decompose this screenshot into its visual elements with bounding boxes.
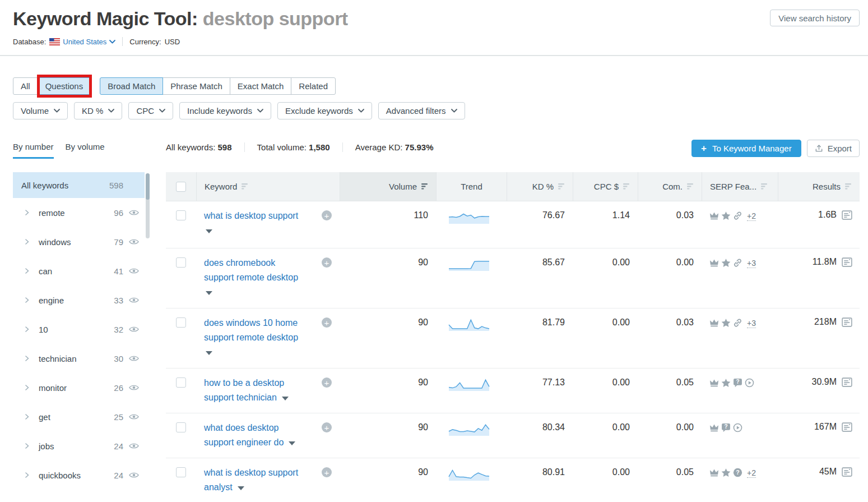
to-keyword-manager-button[interactable]: +To Keyword Manager bbox=[691, 140, 801, 157]
serp-more-link[interactable]: +2 bbox=[747, 211, 756, 221]
eye-icon[interactable] bbox=[129, 209, 139, 216]
sort-icon[interactable] bbox=[845, 183, 852, 190]
expand-caret-icon[interactable] bbox=[282, 397, 289, 400]
row-checkbox[interactable] bbox=[176, 467, 186, 477]
keyword-link[interactable]: what is desktop supportanalyst bbox=[204, 468, 298, 492]
eye-icon[interactable] bbox=[129, 384, 139, 391]
eye-icon[interactable] bbox=[129, 238, 139, 245]
stat-label: Average KD: bbox=[355, 142, 405, 152]
sort-icon[interactable] bbox=[242, 183, 248, 190]
sidebar-item-can[interactable]: can41 bbox=[13, 256, 145, 285]
view-search-history-button[interactable]: View search history bbox=[770, 10, 860, 26]
column-header-volume[interactable]: Volume bbox=[340, 172, 436, 201]
eye-icon[interactable] bbox=[129, 326, 139, 333]
keyword-link[interactable]: does chromebooksupport remote desktop bbox=[204, 258, 298, 282]
database-selector[interactable]: United States bbox=[63, 38, 115, 46]
filter-cpc[interactable]: CPC bbox=[128, 102, 173, 119]
row-checkbox[interactable] bbox=[176, 257, 186, 268]
sidebar-item-monitor[interactable]: monitor26 bbox=[13, 373, 145, 402]
serp-doc-icon[interactable] bbox=[841, 421, 853, 433]
serp-doc-icon[interactable] bbox=[841, 209, 853, 221]
keyword-link[interactable]: how to be a desktopsupport technician bbox=[204, 378, 289, 402]
stat-value: 1,580 bbox=[309, 142, 330, 152]
expand-caret-icon[interactable] bbox=[206, 351, 212, 355]
keyword-link[interactable]: what does desktopsupport engineer do bbox=[204, 423, 295, 447]
cpc-cell: 0.00 bbox=[573, 248, 638, 308]
sort-icon[interactable] bbox=[761, 183, 768, 190]
eye-icon[interactable] bbox=[129, 355, 139, 362]
add-keyword-button[interactable]: + bbox=[322, 467, 332, 477]
eye-icon[interactable] bbox=[129, 268, 139, 274]
row-checkbox[interactable] bbox=[176, 317, 186, 328]
export-button[interactable]: Export bbox=[807, 140, 860, 157]
expand-caret-icon[interactable] bbox=[206, 229, 212, 233]
add-keyword-button[interactable]: + bbox=[322, 377, 332, 388]
add-keyword-button[interactable]: + bbox=[322, 257, 332, 268]
question-tab-group: AllQuestions bbox=[13, 77, 91, 95]
eye-icon[interactable] bbox=[129, 413, 139, 420]
sort-icon[interactable] bbox=[558, 183, 565, 190]
sidebar-item-get[interactable]: get25 bbox=[13, 402, 145, 431]
column-header-trend[interactable]: Trend bbox=[436, 172, 507, 201]
sidebar-item-jobs[interactable]: jobs24 bbox=[13, 431, 145, 460]
add-keyword-button[interactable]: + bbox=[322, 210, 332, 220]
eye-icon[interactable] bbox=[129, 443, 139, 449]
sidebar-item-remote[interactable]: remote96 bbox=[13, 198, 145, 227]
add-keyword-button[interactable]: + bbox=[322, 422, 332, 432]
serp-more-link[interactable]: +3 bbox=[747, 259, 756, 268]
expand-caret-icon[interactable] bbox=[238, 486, 244, 490]
tab-broad-match[interactable]: Broad Match bbox=[100, 77, 163, 95]
row-checkbox[interactable] bbox=[176, 377, 186, 388]
column-header-results[interactable]: Results bbox=[778, 172, 860, 201]
tab-phrase-match[interactable]: Phrase Match bbox=[163, 77, 230, 95]
group-count: 24 bbox=[114, 471, 123, 480]
tab-questions[interactable]: Questions bbox=[38, 77, 91, 95]
serp-doc-icon[interactable] bbox=[841, 376, 853, 388]
sidebar-all-label: All keywords bbox=[21, 181, 68, 190]
serp-doc-icon[interactable] bbox=[841, 316, 853, 328]
expand-caret-icon[interactable] bbox=[289, 441, 295, 445]
keyword-cell: what does desktopsupport engineer do+ bbox=[196, 413, 340, 458]
expand-caret-icon[interactable] bbox=[206, 291, 212, 295]
filter-volume[interactable]: Volume bbox=[13, 102, 68, 119]
filter-include-keywords[interactable]: Include keywords bbox=[179, 102, 271, 119]
view-tab-by-volume[interactable]: By volume bbox=[66, 142, 105, 159]
sort-icon[interactable] bbox=[623, 183, 630, 190]
tab-all[interactable]: All bbox=[13, 77, 38, 95]
keyword-link[interactable]: what is desktop support bbox=[204, 211, 298, 220]
filter-kd[interactable]: KD % bbox=[74, 102, 122, 119]
column-header-kd[interactable]: KD % bbox=[507, 172, 573, 201]
column-header-com[interactable]: Com. bbox=[638, 172, 702, 201]
serp-doc-icon[interactable] bbox=[841, 256, 853, 268]
sidebar-scrollbar[interactable] bbox=[146, 173, 150, 238]
serp-doc-icon[interactable] bbox=[841, 466, 853, 478]
serp-more-link[interactable]: +3 bbox=[747, 319, 756, 328]
sort-icon[interactable] bbox=[421, 183, 428, 190]
serp-more-link[interactable]: +2 bbox=[747, 468, 756, 478]
add-keyword-button[interactable]: + bbox=[322, 317, 332, 328]
select-all-checkbox[interactable] bbox=[176, 182, 186, 192]
filter-advanced-filters[interactable]: Advanced filters bbox=[378, 102, 465, 119]
view-tab-by-number[interactable]: By number bbox=[13, 142, 54, 159]
sidebar-item-engine[interactable]: engine33 bbox=[13, 285, 145, 315]
column-header-serp-features[interactable]: SERP Fea... bbox=[702, 172, 778, 201]
row-select-cell bbox=[166, 248, 196, 308]
sidebar-item-10[interactable]: 1032 bbox=[13, 315, 145, 344]
eye-icon[interactable] bbox=[129, 297, 139, 303]
eye-icon[interactable] bbox=[129, 472, 139, 478]
sidebar-item-all-keywords[interactable]: All keywords598 bbox=[13, 172, 145, 198]
keyword-link[interactable]: does windows 10 homesupport remote deskt… bbox=[204, 318, 298, 342]
sort-icon[interactable] bbox=[687, 183, 694, 190]
row-checkbox[interactable] bbox=[176, 422, 186, 432]
tab-exact-match[interactable]: Exact Match bbox=[230, 77, 292, 95]
column-header-keyword[interactable]: Keyword bbox=[196, 172, 340, 201]
results-cell: 11.8M bbox=[778, 248, 860, 308]
tab-related[interactable]: Related bbox=[291, 77, 336, 95]
sidebar-item-windows[interactable]: windows79 bbox=[13, 227, 145, 256]
row-checkbox[interactable] bbox=[176, 210, 186, 220]
sidebar-item-quickbooks[interactable]: quickbooks24 bbox=[13, 460, 145, 490]
sidebar-scrollbar-thumb[interactable] bbox=[146, 173, 150, 200]
column-header-cpc[interactable]: CPC $ bbox=[573, 172, 638, 201]
filter-exclude-keywords[interactable]: Exclude keywords bbox=[277, 102, 372, 119]
sidebar-item-technician[interactable]: technician30 bbox=[13, 344, 145, 373]
